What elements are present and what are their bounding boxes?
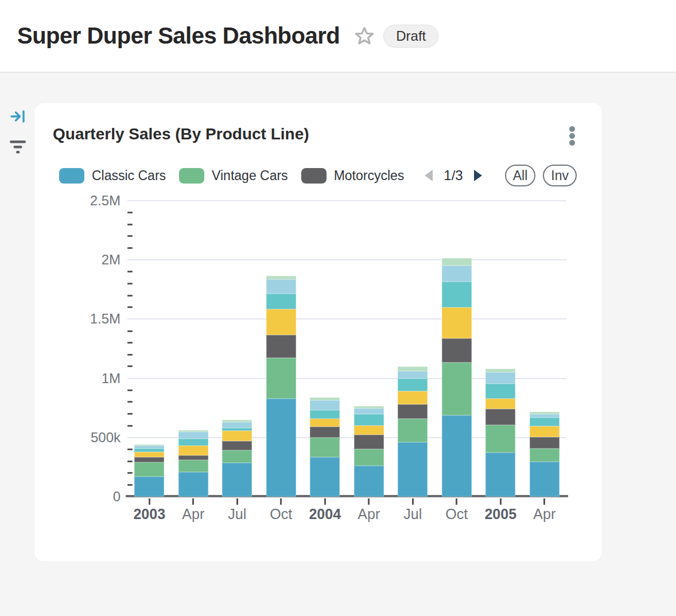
bar-segment[interactable] <box>442 338 472 362</box>
bar-segment[interactable] <box>530 449 560 462</box>
bar-segment[interactable] <box>178 446 208 455</box>
bar-segment[interactable] <box>530 412 560 415</box>
bar-segment[interactable] <box>354 426 384 435</box>
bar-segment[interactable] <box>398 379 428 391</box>
y-axis-label: 2M <box>57 252 121 267</box>
x-tick <box>368 498 370 505</box>
y-minor-tick <box>127 342 133 344</box>
bar-segment[interactable] <box>310 457 340 497</box>
y-minor-tick <box>127 212 133 213</box>
bar-segment[interactable] <box>134 457 164 462</box>
bar-segment[interactable] <box>354 435 384 449</box>
y-minor-tick <box>127 472 133 474</box>
gridline <box>127 318 566 319</box>
bar-segment[interactable] <box>530 426 560 437</box>
bar-segment[interactable] <box>134 446 164 449</box>
y-minor-tick <box>127 354 133 356</box>
y-minor-tick <box>127 306 133 308</box>
bar-segment[interactable] <box>398 391 428 404</box>
bar-segment[interactable] <box>442 307 472 338</box>
bar-segment[interactable] <box>485 453 515 497</box>
side-toolbar <box>8 109 28 155</box>
collapse-panel-icon[interactable] <box>8 109 28 124</box>
bar-segment[interactable] <box>530 418 560 426</box>
bar-segment[interactable] <box>442 258 472 266</box>
bar-segment[interactable] <box>310 397 340 400</box>
favorite-star-icon[interactable] <box>354 26 375 46</box>
bar-segment[interactable] <box>266 335 296 358</box>
status-badge: Draft <box>383 25 438 48</box>
bar-segment[interactable] <box>310 410 340 419</box>
bar-segment[interactable] <box>354 406 384 408</box>
bar-segment[interactable] <box>354 414 384 426</box>
bar-segment[interactable] <box>222 463 252 497</box>
bar-segment[interactable] <box>222 428 252 431</box>
x-tick <box>543 498 545 505</box>
bar-segment[interactable] <box>134 452 164 457</box>
x-tick <box>412 498 414 505</box>
bar-segment[interactable] <box>530 462 560 497</box>
bar-segment[interactable] <box>222 450 252 462</box>
y-minor-tick <box>127 425 133 427</box>
bar-segment[interactable] <box>398 419 428 442</box>
bar-segment[interactable] <box>178 432 208 439</box>
filter-icon[interactable] <box>8 139 28 155</box>
bar-segment[interactable] <box>398 367 428 371</box>
bar-segment[interactable] <box>398 442 428 497</box>
bar-segment[interactable] <box>178 455 208 460</box>
bar-segment[interactable] <box>134 477 164 497</box>
bar-segment[interactable] <box>222 422 252 428</box>
x-tick <box>324 498 326 505</box>
bar-segment[interactable] <box>485 384 515 399</box>
y-minor-tick <box>127 247 133 249</box>
bar-segment[interactable] <box>310 419 340 427</box>
y-axis-label: 0 <box>57 489 121 504</box>
bar-segment[interactable] <box>134 462 164 477</box>
bar-segment[interactable] <box>178 472 208 497</box>
y-minor-tick <box>127 235 133 237</box>
bar-segment[interactable] <box>442 362 472 415</box>
bar-segment[interactable] <box>266 279 296 294</box>
bar-segment[interactable] <box>178 430 208 432</box>
bar-segment[interactable] <box>398 371 428 379</box>
bar-segment[interactable] <box>398 404 428 419</box>
bar-segment[interactable] <box>178 460 208 472</box>
bar-segment[interactable] <box>485 399 515 409</box>
bar-segment[interactable] <box>222 431 252 441</box>
bar-segment[interactable] <box>530 414 560 417</box>
bar-segment[interactable] <box>442 282 472 308</box>
star-icon <box>354 26 375 46</box>
bar-segment[interactable] <box>485 425 515 453</box>
page-title: Super Duper Sales Dashboard <box>17 23 340 49</box>
x-tick <box>192 498 194 505</box>
x-tick <box>236 498 238 505</box>
bar-segment[interactable] <box>310 438 340 457</box>
bar-segment[interactable] <box>266 309 296 335</box>
bar-segment[interactable] <box>485 409 515 425</box>
y-minor-tick <box>127 295 133 297</box>
bar-segment[interactable] <box>530 437 560 449</box>
bar-segment[interactable] <box>485 372 515 384</box>
bar-segment[interactable] <box>266 399 296 497</box>
bar-segment[interactable] <box>266 294 296 309</box>
bar-segment[interactable] <box>222 441 252 450</box>
bar-segment[interactable] <box>354 466 384 497</box>
page-header: Super Duper Sales Dashboard Draft <box>0 0 676 73</box>
bar-segment[interactable] <box>222 420 252 422</box>
y-minor-tick <box>127 389 133 391</box>
bar-segment[interactable] <box>266 358 296 399</box>
bar-segment[interactable] <box>310 400 340 410</box>
bar-segment[interactable] <box>442 266 472 281</box>
bar-segment[interactable] <box>442 415 472 497</box>
bar-segment[interactable] <box>354 449 384 465</box>
y-minor-tick <box>127 365 133 367</box>
x-tick <box>149 498 150 505</box>
bar-segment[interactable] <box>266 276 296 279</box>
bar-segment[interactable] <box>310 427 340 438</box>
bar-segment[interactable] <box>134 445 164 446</box>
bar-segment[interactable] <box>354 408 384 414</box>
x-tick <box>500 498 502 505</box>
bar-segment[interactable] <box>485 369 515 372</box>
bar-segment[interactable] <box>134 449 164 452</box>
bar-segment[interactable] <box>178 439 208 446</box>
